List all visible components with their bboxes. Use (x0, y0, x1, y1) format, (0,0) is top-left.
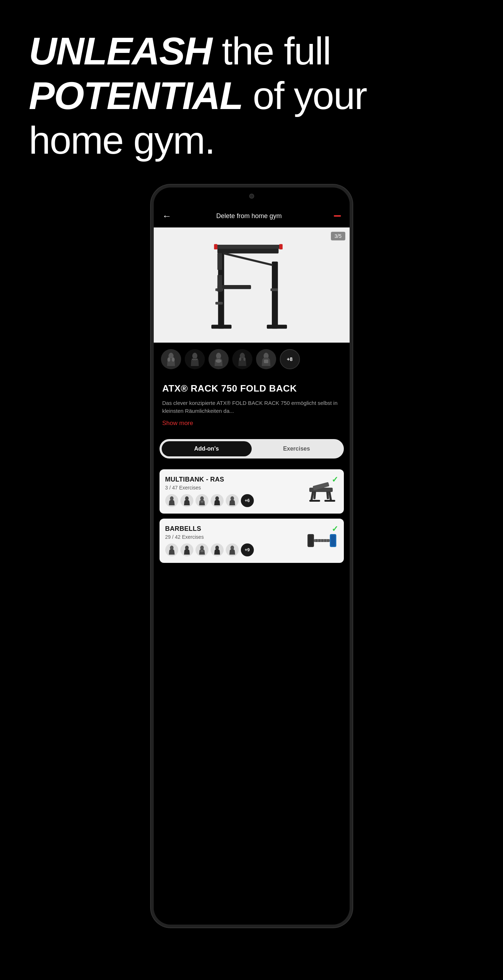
side-button (352, 259, 352, 288)
svg-rect-11 (217, 275, 222, 292)
muscle-icon-3 (209, 349, 229, 369)
svg-point-16 (167, 357, 170, 362)
product-description: Das clever konzipierte ATX® FOLD BACK RA… (162, 399, 341, 415)
svg-rect-13 (279, 244, 282, 250)
svg-rect-25 (264, 360, 268, 363)
addon-name-multibank: MULTIBANK - RAS (165, 476, 301, 483)
addon-item-barbells[interactable]: BARBELLS 29 / 42 Exercises (159, 519, 344, 563)
product-image-area: 3/5 (154, 228, 350, 343)
svg-rect-4 (217, 285, 251, 289)
hero-section: UNLEASH the full POTENTIAL of your home … (0, 0, 503, 177)
svg-rect-2 (217, 248, 279, 253)
addon-barbell-muscle-5 (226, 543, 239, 557)
addon-muscle-1 (165, 494, 178, 507)
muscle-icons-row: +8 (154, 343, 350, 376)
svg-point-22 (239, 357, 241, 361)
svg-point-20 (216, 359, 221, 363)
product-info: ATX® RACK 750 FOLD BACK Das clever konzi… (154, 376, 350, 427)
check-icon-barbells: ✓ (332, 524, 338, 534)
svg-rect-38 (309, 500, 320, 502)
show-more-button[interactable]: Show more (162, 420, 341, 427)
check-icon-multibank: ✓ (332, 475, 338, 484)
addon-barbell-muscle-3 (196, 543, 209, 557)
hero-bold-2: POTENTIAL (29, 74, 243, 117)
product-image (201, 235, 302, 336)
addon-info-barbells: BARBELLS 29 / 42 Exercises (165, 525, 301, 557)
hero-regular-2: of your (243, 74, 366, 117)
addon-barbell-muscle-1 (165, 543, 178, 557)
product-title: ATX® RACK 750 FOLD BACK (162, 383, 341, 394)
svg-point-23 (244, 357, 245, 361)
tab-exercises[interactable]: Exercises (252, 441, 342, 457)
addon-barbell-muscle-2 (180, 543, 193, 557)
svg-rect-3 (215, 245, 282, 249)
hero-bold-1: UNLEASH (29, 29, 212, 73)
svg-rect-39 (325, 500, 335, 502)
svg-line-14 (224, 253, 272, 265)
addon-muscle-2 (180, 494, 193, 507)
phone-frame: ← Delete from home gym (151, 185, 352, 928)
tabs-container: Add-on's Exercises (159, 439, 344, 458)
svg-rect-10 (217, 253, 222, 270)
addon-plus-multibank: +6 (241, 494, 254, 507)
addon-muscle-4 (211, 494, 224, 507)
tab-addons[interactable]: Add-on's (162, 441, 252, 457)
phone-wrapper: ← Delete from home gym (0, 177, 503, 949)
nav-title: Delete from home gym (164, 212, 334, 220)
muscle-plus-badge: +8 (280, 349, 300, 369)
addon-muscles-barbells: +9 (165, 543, 301, 557)
nav-bar: ← Delete from home gym (154, 205, 350, 228)
hero-heading: UNLEASH the full POTENTIAL of your home … (29, 29, 481, 163)
addon-plus-barbells: +9 (241, 543, 254, 557)
svg-rect-12 (214, 244, 217, 250)
addon-exercises-multibank: 3 / 47 Exercises (165, 485, 301, 490)
svg-rect-6 (215, 302, 223, 304)
svg-rect-1 (272, 261, 278, 329)
muscle-icon-2 (185, 349, 205, 369)
phone-screen: ← Delete from home gym (154, 205, 350, 924)
rack-illustration (205, 235, 298, 336)
muscle-icon-4 (232, 349, 252, 369)
addon-exercises-barbells: 29 / 42 Exercises (165, 534, 301, 540)
delete-icon[interactable] (334, 215, 341, 217)
addon-barbell-muscle-4 (211, 543, 224, 557)
svg-point-29 (200, 501, 204, 503)
hero-line3: home gym. (29, 118, 215, 162)
svg-point-17 (172, 357, 175, 362)
muscle-icon-1 (161, 349, 181, 369)
svg-point-43 (200, 550, 204, 552)
hero-regular-1: the full (212, 29, 331, 73)
phone-notch (154, 188, 350, 205)
addon-item-multibank[interactable]: MULTIBANK - RAS 3 / 47 Exercises (159, 469, 344, 514)
addon-muscles-multibank: +6 (165, 494, 301, 507)
addon-muscle-3 (196, 494, 209, 507)
addon-info-multibank: MULTIBANK - RAS 3 / 47 Exercises (165, 476, 301, 507)
addon-name-barbells: BARBELLS (165, 525, 301, 533)
muscle-icon-5 (256, 349, 276, 369)
svg-rect-8 (211, 325, 231, 329)
addon-muscle-5 (226, 494, 239, 507)
svg-rect-50 (331, 535, 335, 546)
camera-dot (249, 194, 254, 199)
image-counter: 3/5 (331, 232, 345, 240)
svg-rect-7 (271, 288, 278, 291)
svg-rect-48 (309, 535, 313, 546)
svg-rect-9 (267, 325, 287, 329)
addon-list: MULTIBANK - RAS 3 / 47 Exercises (154, 469, 350, 570)
